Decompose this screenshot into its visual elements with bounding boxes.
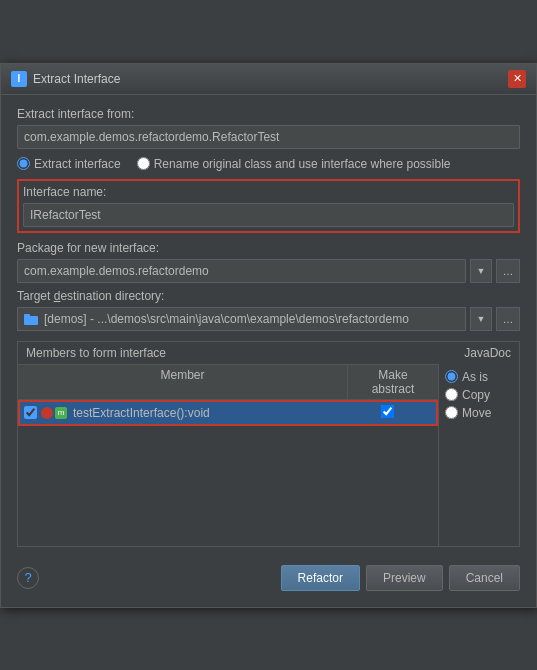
destination-path: [demos] - ...\demos\src\main\java\com\ex… (44, 312, 409, 326)
package-field-row: ▼ … (17, 259, 520, 283)
javadoc-title: JavaDoc (464, 346, 511, 360)
destination-label: Target destination directory: (17, 289, 520, 303)
table-header: Member Make abstract (18, 364, 438, 400)
col-abstract-header: Make abstract (348, 365, 438, 399)
title-bar: I Extract Interface ✕ (1, 64, 536, 95)
radio-extract-interface[interactable]: Extract interface (17, 157, 121, 171)
javadoc-copy[interactable]: Copy (445, 388, 513, 402)
destination-field: [demos] - ...\demos\src\main\java\com\ex… (17, 307, 466, 331)
members-section: Members to form interface JavaDoc Member… (17, 341, 520, 547)
row-icons: m (41, 407, 67, 419)
package-dropdown-button[interactable]: ▼ (470, 259, 492, 283)
cancel-button[interactable]: Cancel (449, 565, 520, 591)
preview-button[interactable]: Preview (366, 565, 443, 591)
javadoc-as-is[interactable]: As is (445, 370, 513, 384)
radio-rename-original[interactable]: Rename original class and use interface … (137, 157, 451, 171)
access-icon (41, 407, 53, 419)
title-bar-left: I Extract Interface (11, 71, 120, 87)
dialog-content: Extract interface from: Extract interfac… (1, 95, 536, 607)
bottom-row: ? Refactor Preview Cancel (17, 557, 520, 595)
interface-name-field[interactable] (23, 203, 514, 227)
refactor-button[interactable]: Refactor (281, 565, 360, 591)
javadoc-section: As is Copy Move (439, 364, 519, 546)
package-section: Package for new interface: ▼ … (17, 241, 520, 283)
method-icon: m (55, 407, 67, 419)
action-buttons: Refactor Preview Cancel (281, 565, 520, 591)
radio-options-row: Extract interface Rename original class … (17, 157, 520, 171)
destination-browse-button[interactable]: … (496, 307, 520, 331)
members-list: Member Make abstract m testExtractInterf… (18, 364, 439, 546)
destination-field-row: [demos] - ...\demos\src\main\java\com\ex… (17, 307, 520, 331)
row-method-name: testExtractInterface():void (73, 406, 342, 420)
extract-from-field (17, 125, 520, 149)
package-browse-button[interactable]: … (496, 259, 520, 283)
javadoc-move[interactable]: Move (445, 406, 513, 420)
col-member-header: Member (18, 365, 348, 399)
svg-rect-1 (24, 314, 30, 318)
help-button[interactable]: ? (17, 567, 39, 589)
dialog-icon: I (11, 71, 27, 87)
close-button[interactable]: ✕ (508, 70, 526, 88)
destination-dropdown-button[interactable]: ▼ (470, 307, 492, 331)
dialog-title: Extract Interface (33, 72, 120, 86)
extract-from-label: Extract interface from: (17, 107, 520, 121)
interface-name-section: Interface name: (17, 179, 520, 233)
members-title: Members to form interface (26, 346, 166, 360)
members-header: Members to form interface JavaDoc (18, 342, 519, 364)
extract-interface-dialog: I Extract Interface ✕ Extract interface … (0, 63, 537, 608)
table-row[interactable]: m testExtractInterface():void (18, 400, 438, 426)
interface-name-label: Interface name: (23, 185, 514, 199)
make-abstract-checkbox[interactable] (381, 405, 394, 418)
extract-from-section: Extract interface from: (17, 107, 520, 149)
package-label: Package for new interface: (17, 241, 520, 255)
row-abstract-cell (342, 405, 432, 421)
members-empty-area (18, 426, 438, 546)
row-checkbox[interactable] (24, 406, 37, 419)
package-field[interactable] (17, 259, 466, 283)
destination-section: Target destination directory: [demos] - … (17, 289, 520, 331)
members-table: Member Make abstract m testExtractInterf… (18, 364, 519, 546)
folder-icon (24, 313, 38, 325)
